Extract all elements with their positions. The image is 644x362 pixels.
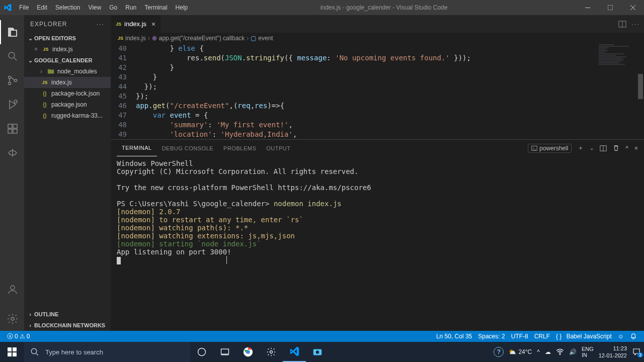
- svg-rect-8: [13, 124, 17, 128]
- svg-point-25: [270, 351, 273, 353]
- remote-icon[interactable]: [0, 141, 24, 165]
- panel-tab-terminal[interactable]: TERMINAL: [117, 140, 157, 156]
- panel: TERMINALDEBUG CONSOLEPROBLEMSOUTPUT powe…: [111, 139, 644, 331]
- close-button[interactable]: [621, 0, 644, 15]
- terminal-shell-select[interactable]: powershell: [528, 144, 572, 153]
- maximize-panel-icon[interactable]: ^: [625, 145, 628, 152]
- notifications-icon[interactable]: [627, 333, 640, 340]
- chevron-right-icon: ›: [26, 322, 34, 328]
- eol[interactable]: CRLF: [531, 333, 553, 340]
- menu-file[interactable]: File: [15, 4, 33, 11]
- onedrive-icon[interactable]: ☁: [545, 348, 551, 355]
- svg-rect-22: [221, 349, 229, 354]
- run-debug-icon[interactable]: [0, 93, 24, 117]
- feedback-icon[interactable]: ☺: [615, 333, 627, 340]
- maximize-button[interactable]: [599, 0, 621, 15]
- folder-section[interactable]: ⌄ GOOGLE_CALENDER: [24, 55, 111, 66]
- help-icon[interactable]: ?: [494, 347, 504, 357]
- window-title: index.js - google_calender - Visual Stud…: [192, 4, 576, 11]
- panel-tab-output[interactable]: OUTPUT: [261, 140, 295, 156]
- svg-point-5: [15, 79, 17, 82]
- vscode-taskbar-icon[interactable]: [283, 342, 306, 362]
- breadcrumb-item[interactable]: JSindex.js: [118, 35, 146, 42]
- menu-help[interactable]: Help: [172, 4, 192, 11]
- outline-section[interactable]: › OUTLINE: [24, 309, 111, 320]
- indentation[interactable]: Spaces: 2: [475, 333, 508, 340]
- minimize-button[interactable]: [576, 0, 599, 15]
- breadcrumb[interactable]: JSindex.js›⊕app.get("/createEvent") call…: [111, 33, 644, 44]
- text-caret: [226, 256, 227, 264]
- menu-edit[interactable]: Edit: [33, 4, 51, 11]
- js-file-icon: JS: [41, 47, 50, 52]
- open-editor-item[interactable]: ×JSindex.js: [24, 44, 111, 55]
- source-control-icon[interactable]: [0, 68, 24, 93]
- menu-run[interactable]: Run: [121, 4, 140, 11]
- file-item[interactable]: JSindex.js: [24, 77, 111, 88]
- settings-icon[interactable]: [260, 342, 283, 362]
- taskbar-search[interactable]: Type here to search: [24, 342, 190, 362]
- tray-expand-icon[interactable]: ^: [537, 348, 540, 355]
- file-item[interactable]: {}package-lock.json: [24, 88, 111, 99]
- menu-terminal[interactable]: Terminal: [140, 4, 171, 11]
- close-icon[interactable]: ×: [34, 46, 41, 53]
- chevron-down-icon: ⌄: [26, 35, 34, 42]
- menu-selection[interactable]: Selection: [51, 4, 84, 11]
- weather-icon: ⛅: [509, 348, 516, 355]
- close-panel-icon[interactable]: ×: [634, 145, 638, 152]
- error-icon: ⓧ: [7, 332, 13, 341]
- accounts-icon[interactable]: [0, 278, 24, 302]
- cortana-icon[interactable]: [190, 342, 213, 362]
- clock[interactable]: 11:2312-01-2022: [599, 345, 627, 359]
- js-file-icon: JS: [40, 80, 49, 85]
- tab-index-js[interactable]: JS index.js ×: [111, 15, 161, 33]
- wifi-icon[interactable]: [556, 348, 564, 356]
- new-terminal-icon[interactable]: ＋: [578, 144, 584, 152]
- blockchain-section[interactable]: › BLOCKCHAIN NETWORKS: [24, 320, 111, 331]
- settings-gear-icon[interactable]: [0, 307, 24, 331]
- chevron-down-icon[interactable]: ⌄: [590, 145, 594, 151]
- json-file-icon: {}: [40, 102, 49, 108]
- menu-view[interactable]: View: [84, 4, 105, 11]
- language-indicator[interactable]: ENGIN: [582, 346, 594, 358]
- js-file-icon: JS: [116, 22, 121, 27]
- encoding[interactable]: UTF-8: [508, 333, 531, 340]
- explorer-icon[interactable]: [0, 20, 24, 44]
- panel-tab-debug-console[interactable]: DEBUG CONSOLE: [157, 140, 218, 156]
- extensions-icon[interactable]: [0, 117, 24, 141]
- svg-rect-0: [585, 8, 590, 8]
- more-actions-icon[interactable]: ···: [631, 20, 640, 28]
- minimap[interactable]: [597, 44, 637, 139]
- task-view-icon[interactable]: [213, 342, 236, 362]
- tab-label: index.js: [124, 20, 146, 28]
- editor-scrollbar[interactable]: [637, 44, 644, 139]
- split-terminal-icon[interactable]: [600, 145, 607, 152]
- search-icon[interactable]: [0, 44, 24, 68]
- terminal-cursor: [117, 257, 121, 264]
- svg-rect-7: [8, 124, 12, 128]
- chrome-icon[interactable]: [236, 342, 260, 362]
- errors-status[interactable]: ⓧ0 ⚠0: [4, 332, 33, 341]
- volume-icon[interactable]: 🔊: [569, 348, 577, 355]
- explorer-more-icon[interactable]: ···: [97, 21, 105, 28]
- svg-point-2: [9, 52, 15, 58]
- weather-widget[interactable]: ⛅ 24°C: [509, 348, 532, 355]
- language-mode[interactable]: { } Babel JavaScript: [553, 333, 615, 340]
- file-item[interactable]: {}rugged-karma-33...: [24, 110, 111, 121]
- notification-center-icon[interactable]: 3: [632, 347, 641, 356]
- terminal[interactable]: Windows PowerShell Copyright (C) Microso…: [111, 156, 644, 331]
- camera-icon[interactable]: [306, 342, 329, 362]
- split-editor-icon[interactable]: [618, 20, 626, 28]
- menu-go[interactable]: Go: [105, 4, 121, 11]
- file-item[interactable]: ›node_modules: [24, 66, 111, 77]
- kill-terminal-icon[interactable]: [613, 145, 619, 151]
- chevron-right-icon: ›: [148, 35, 150, 42]
- start-button[interactable]: [0, 342, 24, 362]
- panel-tab-problems[interactable]: PROBLEMS: [218, 140, 261, 156]
- close-tab-icon[interactable]: ×: [151, 20, 155, 28]
- cursor-position[interactable]: Ln 50, Col 35: [433, 333, 475, 340]
- open-editors-section[interactable]: ⌄ OPEN EDITORS: [24, 33, 111, 44]
- breadcrumb-item[interactable]: ⊕app.get("/createEvent") callback: [152, 35, 245, 42]
- file-item[interactable]: {}package.json: [24, 99, 111, 110]
- code-editor[interactable]: 4041424344454647484950 } else { res.send…: [111, 44, 644, 139]
- breadcrumb-item[interactable]: ▢event: [251, 35, 273, 42]
